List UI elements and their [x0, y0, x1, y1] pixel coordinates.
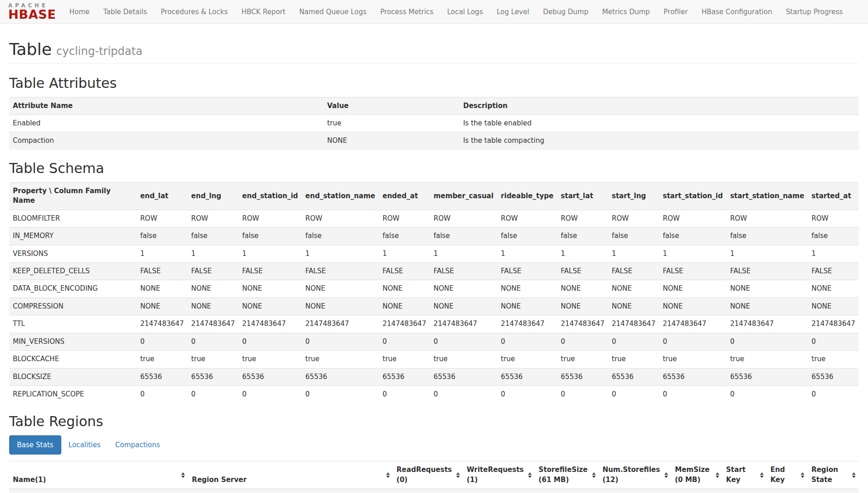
schema-property-value: NONE [727, 280, 808, 298]
regions-column-header-memsize[interactable]: MemSize(0 MB) [671, 461, 722, 489]
schema-property-value: NONE [727, 298, 808, 315]
region-row: cycling-tripdata,,1719475156245.e95d0a13… [9, 489, 859, 493]
schema-property-row: BLOCKCACHEtruetruetruetruetruetruetruetr… [9, 351, 859, 368]
schema-property-value: NONE [379, 298, 430, 315]
sort-icon[interactable] [528, 472, 532, 478]
tab-compactions[interactable]: Compactions [108, 436, 167, 454]
regions-column-header-end-key[interactable]: End Key [767, 461, 808, 489]
region-name: cycling-tripdata,,1719475156245.e95d0a13… [9, 489, 188, 493]
schema-property-value: NONE [557, 280, 608, 298]
sort-down-arrow [528, 476, 532, 478]
schema-property-value: 0 [608, 385, 659, 403]
region-storefile-size: 61 MB [535, 489, 599, 493]
regions-column-header-storefilesize[interactable]: StorefileSize(61 MB) [535, 461, 599, 489]
schema-property-value: false [188, 228, 238, 245]
schema-property-value: 65536 [608, 368, 659, 385]
schema-property-value: 0 [557, 385, 608, 403]
nav-item-named-queue-logs[interactable]: Named Queue Logs [292, 0, 373, 24]
nav-item-startup-progress[interactable]: Startup Progress [779, 0, 849, 24]
nav-item-profiler[interactable]: Profiler [657, 0, 695, 24]
schema-property-value: false [808, 228, 859, 245]
schema-property-value: NONE [188, 298, 238, 315]
schema-property-value: true [497, 351, 557, 368]
sort-up-arrow [801, 472, 804, 475]
attributes-column-header: Description [459, 97, 859, 114]
nav-item-hbck-report[interactable]: HBCK Report [235, 0, 292, 24]
schema-property-value: ROW [238, 210, 302, 227]
schema-property-name: MIN_VERSIONS [9, 333, 136, 350]
nav-item-local-logs[interactable]: Local Logs [440, 0, 490, 24]
schema-property-value: 2147483647 [188, 315, 238, 333]
regions-column-header-region-server[interactable]: Region Server [188, 461, 393, 489]
schema-property-value: NONE [430, 280, 497, 298]
regions-column-header-readrequests[interactable]: ReadRequests(0) [393, 461, 463, 489]
schema-property-value: NONE [302, 298, 379, 315]
schema-property-value: 0 [302, 333, 379, 350]
schema-property-value: ROW [188, 210, 238, 227]
schema-property-value: false [659, 228, 726, 245]
sort-icon[interactable] [386, 472, 390, 478]
sort-icon[interactable] [760, 472, 764, 478]
regions-column-header-region-state[interactable]: Region State [808, 461, 859, 489]
attributes-column-header: Value [323, 97, 459, 114]
schema-property-row: TTL2147483647214748364721474836472147483… [9, 315, 859, 333]
schema-property-value: true [557, 351, 608, 368]
sort-icon[interactable] [716, 472, 719, 478]
nav-item-log-level[interactable]: Log Level [490, 0, 536, 24]
nav-item-debug-dump[interactable]: Debug Dump [536, 0, 595, 24]
attribute-description: Is the table compacting [459, 132, 859, 150]
schema-property-value: ROW [808, 210, 859, 227]
schema-family-header: rideable_type [497, 182, 557, 210]
sort-icon[interactable] [592, 472, 596, 478]
tab-base-stats[interactable]: Base Stats [9, 435, 61, 455]
regions-column-header-start-key[interactable]: Start Key [722, 461, 767, 489]
nav-item-table-details[interactable]: Table Details [97, 0, 154, 24]
sort-icon[interactable] [801, 472, 804, 478]
schema-property-value: ROW [608, 210, 659, 227]
regions-column-count: (0 MB) [675, 475, 712, 485]
schema-property-value: FALSE [379, 262, 430, 280]
schema-property-value: 1 [136, 245, 187, 262]
tab-localities[interactable]: Localities [61, 436, 108, 454]
schema-property-value: false [497, 228, 557, 245]
schema-property-value: FALSE [238, 262, 302, 280]
sort-icon[interactable] [664, 472, 668, 478]
table-regions-heading: Table Regions [9, 414, 859, 429]
schema-property-value: 0 [727, 333, 808, 350]
schema-property-value: 0 [727, 385, 808, 403]
schema-property-value: FALSE [808, 262, 859, 280]
nav-item-hbase-configuration[interactable]: HBase Configuration [695, 0, 779, 24]
schema-property-value: 0 [379, 333, 430, 350]
region-state: OPEN [808, 489, 859, 493]
schema-property-value: 2147483647 [659, 315, 726, 333]
regions-column-label: WriteRequests [467, 465, 524, 475]
schema-property-value: 0 [659, 333, 726, 350]
regions-column-header-num-storefiles[interactable]: Num.Storefiles(12) [599, 461, 671, 489]
regions-column-header-writerequests[interactable]: WriteRequests(1) [463, 461, 535, 489]
hbase-logo[interactable]: APACHE HBASE [4, 1, 62, 22]
schema-property-value: 65536 [136, 368, 187, 385]
schema-property-value: 65536 [379, 368, 430, 385]
schema-property-value: 0 [808, 385, 859, 403]
nav-item-procedures-locks[interactable]: Procedures & Locks [154, 0, 234, 24]
schema-family-header: end_station_id [238, 182, 302, 210]
regions-column-count: (1) [467, 475, 524, 485]
logo-hbase-text: HBASE [8, 9, 56, 21]
attributes-column-header: Attribute Name [9, 97, 323, 114]
sort-down-arrow [716, 476, 719, 478]
sort-icon[interactable] [852, 472, 856, 478]
schema-property-value: NONE [188, 280, 238, 298]
sort-up-arrow [456, 472, 460, 475]
sort-icon[interactable] [181, 472, 185, 478]
schema-property-value: ROW [302, 210, 379, 227]
schema-family-header: start_station_id [659, 182, 726, 210]
schema-property-value: ROW [727, 210, 808, 227]
schema-property-value: 2147483647 [136, 315, 187, 333]
schema-property-value: 0 [302, 385, 379, 403]
nav-item-process-metrics[interactable]: Process Metrics [373, 0, 440, 24]
nav-item-metrics-dump[interactable]: Metrics Dump [595, 0, 657, 24]
regions-column-header-name-1[interactable]: Name(1) [9, 461, 188, 489]
sort-icon[interactable] [456, 472, 460, 478]
schema-property-value: 1 [188, 245, 238, 262]
nav-item-home[interactable]: Home [62, 0, 96, 24]
